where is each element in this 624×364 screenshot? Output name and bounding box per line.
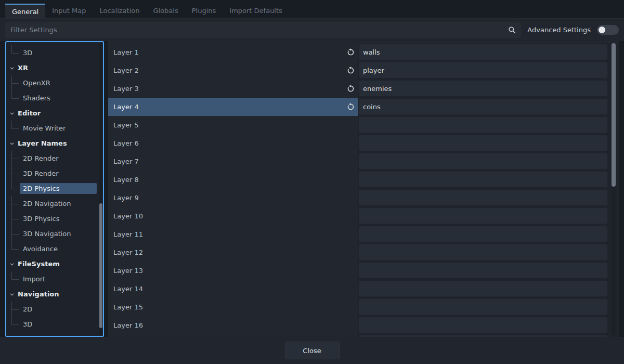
tree-line [11,121,20,136]
value-field[interactable] [359,263,607,278]
settings-row-layer-2[interactable]: Layer 2 player [108,61,619,80]
settings-row-layer-13[interactable]: Layer 13 [108,262,619,280]
settings-row-layer-6[interactable]: Layer 6 [108,134,619,152]
tree-line [11,166,20,181]
settings-row-layer-5[interactable]: Layer 5 [108,116,619,134]
value-field[interactable]: walls [359,44,607,60]
value-field[interactable] [359,317,607,333]
setting-label: Layer 7 [113,158,139,165]
settings-row-layer-7[interactable]: Layer 7 [108,152,619,171]
dialog-footer: Close [0,337,624,364]
value-field[interactable] [359,153,607,169]
tree-line [11,271,20,287]
value-field[interactable] [359,190,607,205]
value-field[interactable] [359,135,607,151]
tree-line [11,75,20,90]
chevron-down-icon[interactable] [9,140,16,147]
sidebar-item-xr[interactable]: XR [6,60,103,75]
setting-label: Layer 10 [113,212,143,220]
setting-label: Layer 9 [113,194,139,202]
sidebar-item-3d-navigation[interactable]: 3D Navigation [6,226,103,241]
tree-line [11,196,20,211]
value-field[interactable] [359,299,607,315]
layer-settings-panel: Layer 1 walls Layer 2 player Layer 3 ene… [108,41,619,337]
chevron-down-icon[interactable] [9,110,16,116]
value-field[interactable] [359,117,607,133]
sidebar-item-3d-physics[interactable]: 3D Physics [6,211,103,226]
setting-label: Layer 11 [113,230,143,238]
settings-row-layer-12[interactable]: Layer 12 [108,243,619,262]
settings-tab-bar: General Input Map Localization Globals P… [0,0,624,19]
value-field[interactable] [359,281,607,296]
sidebar-item-movie-writer[interactable]: Movie Writer [6,121,103,136]
value-field[interactable]: coins [359,99,607,114]
settings-content: 3D XR OpenXR Shaders Editor Movie Writer… [0,41,624,337]
settings-row-layer-14[interactable]: Layer 14 [108,280,619,298]
revert-icon[interactable] [345,101,356,113]
revert-icon[interactable] [345,83,356,95]
value-field[interactable]: enemies [359,81,607,96]
value-field[interactable] [359,172,607,187]
setting-label: Layer 6 [113,139,139,147]
setting-label: Layer 4 [113,103,139,111]
sidebar-item-filesystem[interactable]: FileSystem [6,256,103,271]
sidebar-item-openxr[interactable]: OpenXR [6,75,103,90]
sidebar-item-avoidance[interactable]: Avoidance [6,241,103,256]
tab-globals[interactable]: Globals [146,4,185,18]
sidebar-item-layer-names[interactable]: Layer Names [6,136,103,151]
tab-input-map[interactable]: Input Map [45,4,93,18]
tree-line [11,90,20,106]
settings-row-layer-4[interactable]: Layer 4 coins [108,98,619,116]
tree-line [11,317,20,332]
tab-import-defaults[interactable]: Import Defaults [223,4,289,18]
setting-label: Layer 12 [113,249,143,256]
settings-row-layer-11[interactable]: Layer 11 [108,225,619,243]
settings-row-clipped [108,334,619,337]
toggle-knob [599,27,605,33]
tab-localization[interactable]: Localization [93,4,146,18]
value-field[interactable] [359,244,607,260]
sidebar-item-nav-3d[interactable]: 3D [6,317,103,332]
sidebar-item-nav-2d[interactable]: 2D [6,302,103,317]
sidebar-item-2d-physics[interactable]: 2D Physics [6,181,103,196]
settings-category-tree: 3D XR OpenXR Shaders Editor Movie Writer… [5,41,104,337]
revert-icon[interactable] [345,47,356,58]
sidebar-item-2d-navigation[interactable]: 2D Navigation [6,196,103,211]
value-field[interactable] [359,226,607,242]
main-scrollbar-thumb[interactable] [612,43,616,187]
setting-label: Layer 8 [113,176,139,184]
sidebar-scrollbar-thumb[interactable] [99,203,102,328]
close-button[interactable]: Close [285,342,340,359]
value-field[interactable] [359,208,607,224]
setting-label: Layer 14 [113,285,143,293]
settings-row-layer-15[interactable]: Layer 15 [108,298,619,316]
settings-row-layer-3[interactable]: Layer 3 enemies [108,80,619,98]
chevron-down-icon[interactable] [9,65,16,71]
sidebar-item-3d-render[interactable]: 3D Render [6,166,103,181]
tab-general[interactable]: General [5,4,45,18]
filter-placeholder: Filter Settings [10,26,504,34]
sidebar-item-3d[interactable]: 3D [6,45,103,60]
setting-label: Layer 5 [113,121,139,129]
sidebar-item-editor[interactable]: Editor [6,106,103,121]
settings-row-layer-16[interactable]: Layer 16 [108,316,619,334]
setting-label: Layer 13 [113,267,143,275]
tree-line [11,226,20,241]
chevron-down-icon[interactable] [9,261,16,267]
filter-settings-input[interactable]: Filter Settings [5,22,521,38]
sidebar-item-import[interactable]: Import [6,271,103,287]
setting-label: Layer 3 [113,85,139,93]
settings-row-layer-1[interactable]: Layer 1 walls [108,43,619,61]
sidebar-item-navigation[interactable]: Navigation [6,287,103,302]
setting-label: Layer 2 [113,67,139,74]
value-field[interactable]: player [359,62,607,78]
tab-plugins[interactable]: Plugins [185,4,223,18]
advanced-settings-toggle[interactable] [597,25,619,35]
sidebar-item-shaders[interactable]: Shaders [6,90,103,106]
settings-row-layer-10[interactable]: Layer 10 [108,207,619,225]
revert-icon[interactable] [345,65,356,76]
chevron-down-icon[interactable] [9,291,16,297]
settings-row-layer-9[interactable]: Layer 9 [108,189,619,207]
settings-row-layer-8[interactable]: Layer 8 [108,171,619,189]
sidebar-item-2d-render[interactable]: 2D Render [6,151,103,166]
